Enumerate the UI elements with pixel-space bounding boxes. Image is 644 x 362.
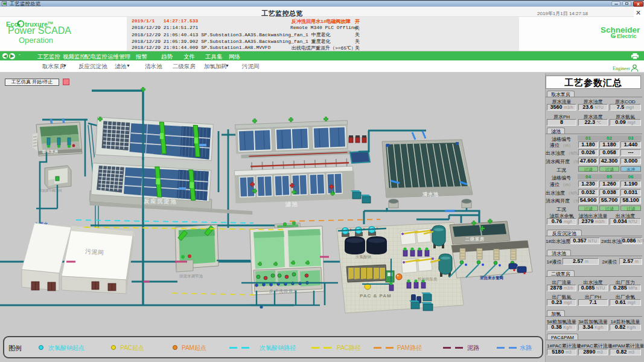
svg-text:反应沉淀池: 反应沉淀池	[144, 198, 177, 205]
svg-text:二级泵房: 二级泵房	[465, 236, 485, 242]
svg-text:至自来水管网: 至自来水管网	[480, 276, 503, 280]
svg-text:投加间泵类: 投加间泵类	[417, 277, 438, 282]
svg-text:滤池: 滤池	[284, 201, 298, 207]
svg-text:反冲洗回用水: 反冲洗回用水	[269, 289, 298, 294]
svg-text:PAC & PAM: PAC & PAM	[360, 293, 392, 299]
svg-text:取水泵房: 取水泵房	[42, 149, 59, 154]
svg-text:次氯酸钠: 次氯酸钠	[355, 254, 372, 259]
svg-text:清水池: 清水池	[422, 192, 439, 197]
svg-text:排泥水调节池: 排泥水调节池	[179, 274, 203, 279]
svg-text:排泥调节阀门间: 排泥调节阀门间	[39, 189, 62, 193]
svg-text:污泥间: 污泥间	[84, 248, 104, 256]
